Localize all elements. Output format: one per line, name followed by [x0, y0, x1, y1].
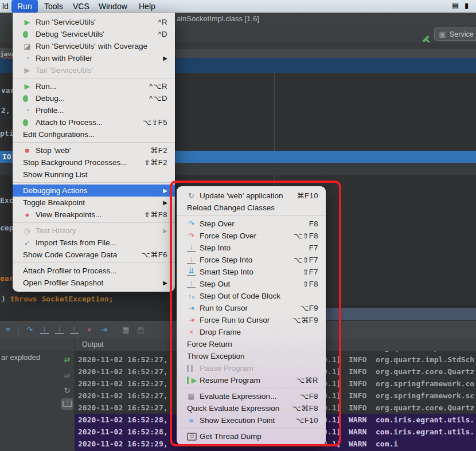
menu-item-run-serviceutils[interactable]: ▶Run 'ServiceUtils'^R [13, 16, 175, 28]
step-over-icon: ↷ [25, 326, 34, 334]
menu-separator [177, 428, 326, 429]
menu-bar: ldRunToolsVCSWindowHelp▤▮ [0, 0, 476, 13]
menu-item-debugging-actions[interactable]: Debugging Actions▶ [13, 185, 175, 197]
toolbar-run-to-cursor-button[interactable]: ⇥ [100, 326, 108, 334]
menu-item-toggle-breakpoint[interactable]: Toggle Breakpoint▶ [13, 197, 175, 209]
menu-item-import-tests-from-file[interactable]: ↙Import Tests from File... [13, 237, 175, 249]
menu-item-tail-serviceutils[interactable]: ▶Tail 'ServiceUtils' [13, 64, 175, 76]
build-hammer-icon[interactable] [422, 32, 430, 42]
menu-item-debug[interactable]: Debug...^⌥D [13, 92, 175, 104]
menu-item-shortcut: ⇧F8 [302, 280, 318, 288]
menu-item-get-thread-dump[interactable]: Get Thread Dump [177, 430, 326, 442]
drop-frame-icon: × [85, 326, 93, 334]
run-tool-left-panel: ar exploded ⇄⇄↻↓ [0, 351, 75, 451]
menubar-item-tools[interactable]: Tools [42, 0, 65, 13]
display-settings-icon[interactable]: ▤ [452, 1, 459, 10]
menu-item-quick-evaluate-expression[interactable]: Quick Evaluate Expression⌥⌘F8 [177, 402, 326, 414]
menubar-item-vcs[interactable]: VCS [71, 0, 92, 13]
menu-item-icon-cell [187, 433, 200, 441]
menu-item-run-to-cursor[interactable]: ⇥Run to Cursor⌥F9 [177, 302, 326, 314]
menu-item-stop-web[interactable]: ■Stop 'web'⌘F2 [13, 144, 175, 156]
menu-item-run-with-profiler[interactable]: ◔Run with Profiler▶ [13, 52, 175, 64]
menu-item-step-out[interactable]: ↑Step Out⇧F8 [177, 278, 326, 290]
panel-tray-button[interactable]: ↓ [61, 398, 73, 410]
panel-swap-muted-button[interactable]: ⇄ [61, 370, 73, 382]
menu-item-attach-profiler-to-process[interactable]: Attach Profiler to Process... [13, 265, 175, 277]
menu-item-pause-program[interactable]: Pause Program [177, 362, 326, 374]
app-window-icon[interactable]: ▮ [465, 1, 469, 10]
menu-item-force-step-into[interactable]: ↓Force Step Into⌥⇧F7 [177, 254, 326, 266]
menubar-item-ld[interactable]: ld [0, 0, 11, 13]
menu-item-show-code-coverage-data[interactable]: Show Code Coverage Data⌥⌘F6 [13, 249, 175, 261]
log-lg: com.i [376, 438, 398, 450]
menubar-item-help[interactable]: Help [136, 0, 158, 13]
menu-item-evaluate-expression[interactable]: ▦Evaluate Expression...⌥F8 [177, 390, 326, 402]
menu-item-force-step-over[interactable]: ↷Force Step Over⌥⇧F8 [177, 230, 326, 242]
menu-item-label: View Breakpoints... [36, 210, 131, 219]
menu-item-label: Run 'ServiceUtils' with Coverage [36, 42, 167, 50]
menu-item-label: Import Tests from File... [36, 238, 167, 247]
menu-item-stop-background-processes[interactable]: Stop Background Processes...⇧⌘F2 [13, 156, 175, 168]
force-run-to-cursor-icon: ⇥ [187, 316, 196, 324]
menu-item-force-return[interactable]: Force Return [177, 338, 326, 350]
camera-icon [187, 433, 197, 441]
panel-refresh-gray-button[interactable]: ↻ [61, 385, 73, 397]
toolbar-drop-frame-button[interactable]: × [85, 326, 93, 334]
menu-item-edit-configurations[interactable]: Edit Configurations... [13, 128, 175, 140]
toolbar-layout-muted-button[interactable]: ▤ [136, 326, 145, 334]
menu-separator [177, 388, 326, 389]
menu-item-run-serviceutils-with-coverage[interactable]: ◪Run 'ServiceUtils' with Coverage [13, 40, 175, 52]
menu-item-icon-cell: ⇥ [187, 316, 200, 324]
menu-item-debug-serviceutils[interactable]: Debug 'ServiceUtils'^D [13, 28, 175, 40]
menu-item-show-execution-point[interactable]: ≡Show Execution Point⌥F10 [177, 414, 326, 426]
menu-item-step-out-of-code-block[interactable]: ↑₀Step Out of Code Block [177, 290, 326, 302]
menu-item-drop-frame[interactable]: ×Drop Frame [177, 326, 326, 338]
toolbar-show-exec-button[interactable]: ≡ [3, 326, 12, 334]
menubar-item-window[interactable]: Window [96, 0, 130, 13]
menu-item-smart-step-into[interactable]: ⇊Smart Step Into⇧F7 [177, 266, 326, 278]
smart-step-into-icon: ⇊ [187, 268, 196, 276]
toolbar-step-over-button[interactable]: ↷ [25, 326, 34, 334]
menu-item-label: Show Execution Point [200, 416, 283, 425]
menu-item-profile[interactable]: ◔Profile... [13, 104, 175, 116]
menu-item-resume-program[interactable]: ▶Resume Program⌥⌘R [177, 374, 326, 386]
menu-item-icon-cell: ▶ [187, 377, 200, 385]
toolbar-step-into-button[interactable]: ↓ [40, 325, 49, 334]
toolbar-evaluate-button[interactable]: ▦ [122, 326, 130, 334]
menu-item-step-into[interactable]: ↓Step IntoF7 [177, 242, 326, 254]
menu-item-icon-cell: ⇥ [187, 304, 200, 312]
panel-swap-green-button[interactable]: ⇄ [61, 354, 73, 366]
log-lvl: INFO [349, 390, 366, 402]
menu-item-throw-exception[interactable]: Throw Exception [177, 350, 326, 362]
log-ts: 2020-11-02 16:52:27, [78, 354, 168, 366]
log-lg: org.quartz.core.Quartz [376, 366, 474, 378]
menubar-item-run[interactable]: Run [11, 0, 38, 13]
menu-item-test-history[interactable]: ◷Test History▶ [13, 225, 175, 237]
menu-separator [13, 262, 175, 263]
menu-item-force-run-to-cursor[interactable]: ⇥Force Run to Cursor⌥⌘F9 [177, 314, 326, 326]
menu-item-attach-to-process[interactable]: Attach to Process...⌥⇧F5 [13, 116, 175, 128]
menu-item-update-web-application[interactable]: ↻Update 'web' application⌘F10 [177, 190, 326, 202]
toolbar-force-step-into-button[interactable]: ↓ [55, 325, 64, 334]
menu-item-show-running-list[interactable]: Show Running List [13, 168, 175, 181]
output-header-label: Output [82, 340, 104, 348]
submenu-arrow-icon: ▶ [163, 187, 167, 194]
menu-item-run[interactable]: ▶Run...^⌥R [13, 80, 175, 92]
panel-divider[interactable] [75, 339, 75, 451]
menu-item-label: Get Thread Dump [200, 432, 318, 441]
menu-item-label: Run... [36, 82, 136, 91]
menu-item-step-over[interactable]: ↷Step OverF8 [177, 218, 326, 230]
toolbar-step-out-button[interactable]: ↑ [70, 325, 79, 334]
submenu-arrow-icon: ▶ [163, 228, 167, 234]
editor-tab-title: ainSocketImpl.class [1.6] [177, 14, 259, 23]
menu-item-label: Reload Changed Classes [187, 203, 318, 212]
menu-item-label: Force Step Over [200, 232, 281, 240]
log-lg: org.quartz.core.Quartz [376, 402, 474, 414]
menu-item-open-profiler-snapshot[interactable]: Open Profiler Snapshot▶ [13, 277, 175, 289]
menu-item-reload-changed-classes[interactable]: Reload Changed Classes [177, 202, 326, 214]
attach-bug-icon [23, 119, 28, 126]
menu-item-view-breakpoints[interactable]: ●View Breakpoints...⇧⌘F8 [13, 209, 175, 221]
run-configuration-selector[interactable]: ▣ Service [434, 28, 476, 41]
menu-item-label: Force Return [187, 340, 318, 348]
menu-item-label: Attach to Process... [36, 118, 130, 127]
